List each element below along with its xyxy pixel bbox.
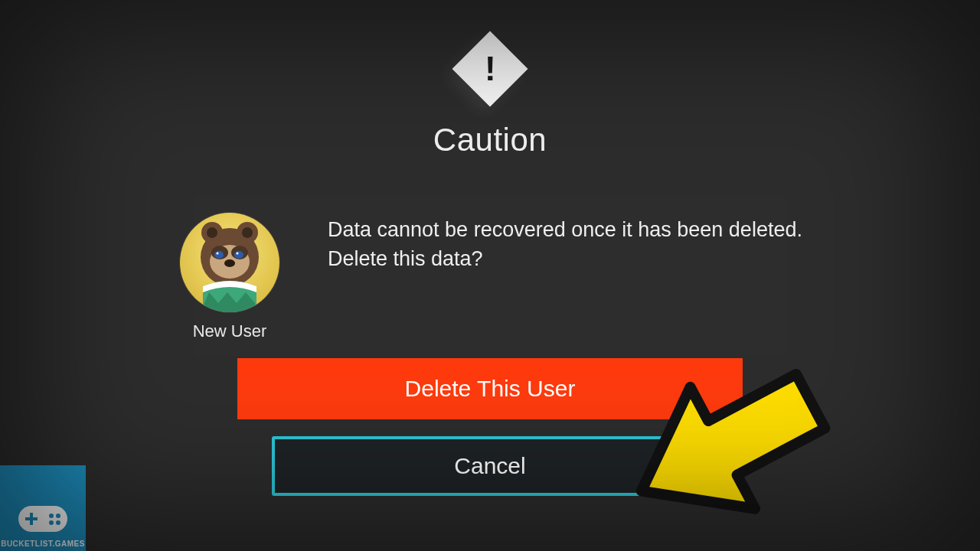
svg-point-12 bbox=[237, 253, 239, 255]
dialog-title: Caution bbox=[433, 122, 547, 158]
svg-point-9 bbox=[214, 251, 224, 259]
warning-icon: ! bbox=[452, 31, 528, 107]
watermark-badge: BUCKETLIST.GAMES bbox=[0, 465, 86, 551]
gamepad-icon bbox=[18, 506, 67, 532]
user-card: New User bbox=[176, 213, 283, 341]
watermark-text: BUCKETLIST.GAMES bbox=[1, 540, 85, 548]
message-line-1: Data cannot be recovered once it has bee… bbox=[328, 216, 802, 245]
cancel-button[interactable]: Cancel bbox=[272, 436, 708, 496]
delete-user-button[interactable]: Delete This User bbox=[237, 358, 743, 419]
svg-point-13 bbox=[224, 259, 235, 267]
dialog-message: Data cannot be recovered once it has bee… bbox=[328, 216, 802, 274]
user-name: New User bbox=[193, 321, 267, 341]
svg-point-5 bbox=[242, 227, 253, 238]
avatar bbox=[180, 213, 279, 312]
svg-point-11 bbox=[217, 253, 219, 255]
exclamation-icon: ! bbox=[485, 52, 496, 86]
svg-point-10 bbox=[234, 251, 243, 259]
svg-point-4 bbox=[207, 227, 217, 238]
message-line-2: Delete this data? bbox=[328, 245, 802, 274]
